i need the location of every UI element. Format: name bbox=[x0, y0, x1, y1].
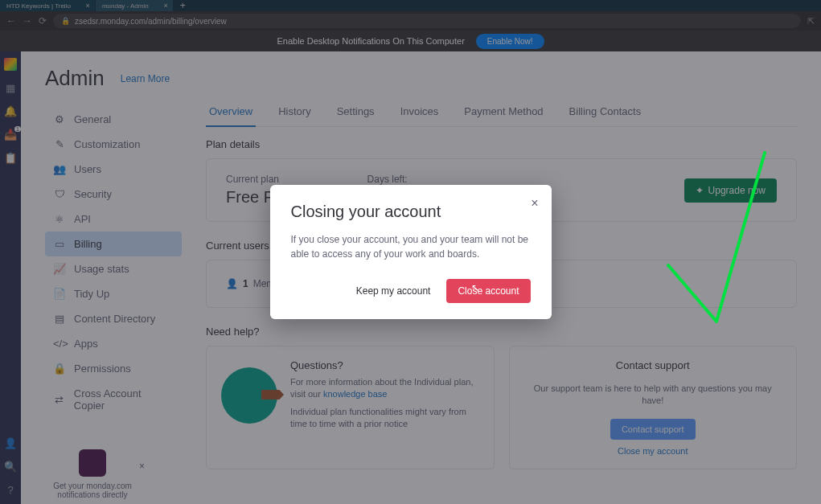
modal-actions: Keep my account Close account ↖ bbox=[291, 279, 531, 303]
close-account-modal: × Closing your account If you close your… bbox=[270, 185, 552, 319]
modal-title: Closing your account bbox=[291, 203, 531, 221]
modal-close-button[interactable]: × bbox=[531, 196, 538, 211]
close-account-label: Close account bbox=[458, 285, 519, 297]
modal-overlay[interactable]: × Closing your account If you close your… bbox=[0, 0, 821, 504]
close-account-button[interactable]: Close account ↖ bbox=[446, 279, 530, 303]
keep-account-button[interactable]: Keep my account bbox=[348, 279, 439, 303]
modal-text: If you close your account, you and your … bbox=[291, 232, 531, 261]
